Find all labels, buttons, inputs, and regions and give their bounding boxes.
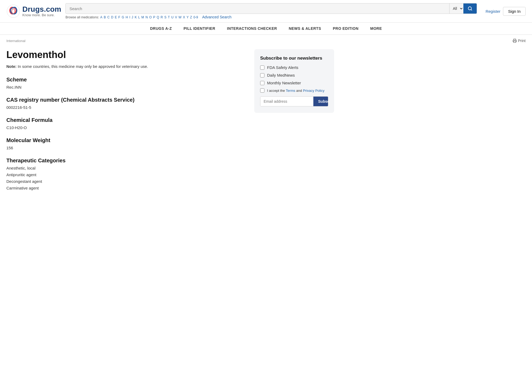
section-categories-title: Therapeutic Categories	[6, 158, 244, 164]
browse-s[interactable]: S	[164, 15, 167, 19]
browse-l[interactable]: L	[138, 15, 140, 19]
svg-rect-1	[514, 41, 516, 42]
browse-j[interactable]: J	[132, 15, 133, 19]
browse-09[interactable]: 0-9	[193, 15, 198, 19]
newsletter-box: Subscribe to our newsletters FDA Safety …	[254, 49, 334, 113]
browse-z[interactable]: Z	[190, 15, 192, 19]
section-cas: CAS registry number (Chemical Abstracts …	[6, 97, 244, 110]
browse-w[interactable]: W	[178, 15, 181, 19]
main-nav: DRUGS A-Z PILL IDENTIFIER INTERACTIONS C…	[0, 23, 532, 35]
fda-safety-checkbox-label[interactable]: FDA Safety Alerts	[260, 65, 328, 70]
browse-row: Browse all medications: A B C D E F G H …	[65, 15, 477, 19]
category-item-1: Antipruritic agent	[6, 172, 244, 177]
browse-e[interactable]: E	[115, 15, 117, 19]
terms-prefix: I accept the	[267, 89, 286, 93]
section-scheme: Scheme Rec.INN	[6, 77, 244, 89]
category-item-3: Carminative agent	[6, 186, 244, 190]
browse-o[interactable]: O	[149, 15, 152, 19]
sidebar: Subscribe to our newsletters FDA Safety …	[254, 49, 334, 192]
browse-x[interactable]: X	[183, 15, 185, 19]
section-weight-title: Molecular Weight	[6, 137, 244, 143]
browse-u[interactable]: U	[171, 15, 174, 19]
search-button[interactable]	[463, 3, 477, 14]
browse-b[interactable]: B	[104, 15, 106, 19]
browse-m[interactable]: M	[142, 15, 144, 19]
search-area: All Browse all medications: A B C D E F …	[65, 3, 477, 19]
browse-c[interactable]: C	[107, 15, 110, 19]
logo-area: Drugs.com Know more. Be sure.	[6, 4, 61, 18]
fda-safety-label: FDA Safety Alerts	[267, 65, 298, 70]
signin-button[interactable]: Sign In	[503, 7, 526, 16]
browse-v[interactable]: V	[175, 15, 177, 19]
browse-p[interactable]: P	[153, 15, 155, 19]
browse-g[interactable]: G	[122, 15, 124, 19]
note-strong: Note:	[6, 64, 16, 69]
logo-subtitle: Know more. Be sure.	[22, 13, 61, 17]
browse-label: Browse all medications:	[65, 15, 99, 19]
browse-d[interactable]: D	[111, 15, 113, 19]
browse-i[interactable]: I	[129, 15, 130, 19]
newsletter-title: Subscribe to our newsletters	[260, 56, 328, 61]
browse-t[interactable]: T	[168, 15, 170, 19]
section-cas-title: CAS registry number (Chemical Abstracts …	[6, 97, 244, 103]
logo-text: Drugs.com Know more. Be sure.	[22, 6, 61, 17]
note-text-content: In some countries, this medicine may onl…	[18, 64, 148, 69]
section-cas-value: 0002216-51-5	[6, 105, 244, 110]
monthly-newsletter-checkbox[interactable]	[260, 81, 264, 85]
nav-pill-identifier[interactable]: PILL IDENTIFIER	[178, 23, 221, 34]
browse-f[interactable]: F	[118, 15, 120, 19]
nav-drugs-az[interactable]: DRUGS A-Z	[144, 23, 178, 34]
nav-news-alerts[interactable]: NEWS & ALERTS	[283, 23, 327, 34]
nav-pro-edition[interactable]: PRO EDITION	[327, 23, 364, 34]
search-input[interactable]	[66, 4, 449, 14]
logo-title: Drugs.com	[22, 6, 61, 13]
printer-icon	[513, 39, 517, 43]
terms-checkbox[interactable]	[260, 88, 264, 93]
section-formula-value: C10-H20-O	[6, 125, 244, 130]
note-paragraph: Note: In some countries, this medicine m…	[6, 64, 244, 69]
search-row: All	[65, 3, 477, 14]
advanced-search-link[interactable]: Advanced Search	[202, 15, 232, 19]
site-header: Drugs.com Know more. Be sure. All Browse…	[0, 0, 532, 23]
subscribe-button[interactable]: Subscribe	[313, 97, 328, 106]
section-scheme-title: Scheme	[6, 77, 244, 83]
svg-point-0	[7, 5, 20, 18]
header-actions: Register Sign In	[485, 7, 526, 16]
daily-mednews-checkbox[interactable]	[260, 73, 264, 77]
print-link[interactable]: Print	[513, 39, 526, 43]
browse-n[interactable]: N	[146, 15, 148, 19]
section-categories: Therapeutic Categories Anesthetic, local…	[6, 158, 244, 190]
browse-k[interactable]: K	[135, 15, 137, 19]
terms-text: I accept the Terms and Privacy Policy	[267, 89, 325, 93]
nav-interactions-checker[interactable]: INTERACTIONS CHECKER	[221, 23, 283, 34]
category-item-2: Decongestant agent	[6, 179, 244, 184]
monthly-newsletter-label: Monthly Newsletter	[267, 81, 301, 85]
terms-link[interactable]: Terms	[286, 89, 295, 93]
main-layout: Levomenthol Note: In some countries, thi…	[0, 44, 340, 203]
print-label: Print	[518, 39, 526, 43]
search-icon	[468, 6, 472, 11]
browse-h[interactable]: H	[126, 15, 128, 19]
terms-checkbox-label[interactable]: I accept the Terms and Privacy Policy	[260, 88, 328, 93]
browse-q[interactable]: Q	[157, 15, 159, 19]
daily-mednews-label: Daily MedNews	[267, 73, 295, 77]
nav-more[interactable]: MORE	[364, 23, 388, 34]
browse-r[interactable]: R	[161, 15, 163, 19]
section-weight-value: 156	[6, 146, 244, 150]
browse-y[interactable]: Y	[186, 15, 189, 19]
email-row: Subscribe	[260, 96, 328, 106]
fda-safety-checkbox[interactable]	[260, 65, 264, 70]
monthly-newsletter-checkbox-label[interactable]: Monthly Newsletter	[260, 81, 328, 85]
email-input[interactable]	[260, 97, 313, 106]
section-formula: Chemical Formula C10-H20-O	[6, 117, 244, 130]
breadcrumb: International	[6, 39, 26, 43]
section-weight: Molecular Weight 156	[6, 137, 244, 150]
page-title: Levomenthol	[6, 49, 244, 60]
register-link[interactable]: Register	[485, 9, 500, 14]
privacy-link[interactable]: Privacy Policy	[303, 89, 325, 93]
daily-mednews-checkbox-label[interactable]: Daily MedNews	[260, 73, 328, 77]
browse-a[interactable]: A	[100, 15, 102, 19]
terms-and: and	[295, 89, 303, 93]
search-filter-select[interactable]: All	[449, 3, 463, 14]
main-content: Levomenthol Note: In some countries, thi…	[6, 49, 244, 192]
